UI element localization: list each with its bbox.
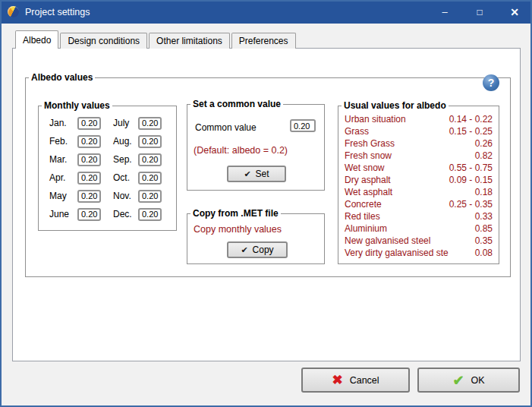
usual-row: Fresh snow 0.82 [345,150,493,162]
ok-button[interactable]: ✔ OK [417,368,520,393]
copy-monthly-values-note: Copy monthly values [194,224,282,235]
month-input-july[interactable] [138,117,162,130]
usual-row: Red tiles 0.33 [345,210,493,222]
common-value-group: Set a common value Common value (Default… [187,99,325,191]
usual-value: 0.82 [475,150,493,161]
cancel-button[interactable]: ✖ Cancel [301,368,410,393]
month-label-aug: Aug. [113,132,138,150]
usual-row: Wet snow 0.55 - 0.75 [345,162,493,174]
usual-value: 0.85 [475,223,493,234]
monthly-values-group-title: Monthly values [42,101,112,111]
copy-check-icon: ✔ [241,245,247,255]
month-label-june: June [49,205,77,223]
month-input-dec[interactable] [138,208,162,221]
usual-value: 0.33 [475,211,493,222]
usual-label: Wet asphalt [345,187,392,197]
month-label-dec: Dec. [113,205,138,223]
tab-albedo[interactable]: Albedo [15,30,58,49]
usual-row: Grass 0.15 - 0.25 [345,125,493,137]
ok-check-icon: ✔ [452,374,464,387]
tab-other-limitations[interactable]: Other limitations [149,33,230,49]
usual-row: Urban situation 0.14 - 0.22 [345,113,493,125]
usual-value: 0.35 [475,235,493,246]
copy-button-label: Copy [253,245,274,255]
month-label-sep: Sep. [113,150,138,169]
usual-values-group: Usual values for albedo Urban situation … [338,101,499,264]
copy-button[interactable]: ✔ Copy [227,241,288,258]
copy-met-group: Copy from .MET file Copy monthly values … [187,209,325,264]
month-label-jan: Jan. [49,114,77,132]
month-input-apr[interactable] [77,172,101,185]
albedo-values-group-title: Albedo values [29,73,95,83]
app-icon [8,6,19,17]
usual-label: Fresh Grass [345,138,395,149]
usual-value: 0.55 - 0.75 [449,162,493,173]
month-input-mar[interactable] [77,153,101,166]
usual-label: Red tiles [345,211,380,222]
set-button-label: Set [256,169,269,179]
month-input-june[interactable] [77,208,101,221]
month-input-aug[interactable] [138,135,162,148]
tab-design-conditions[interactable]: Design conditions [60,33,147,49]
cancel-button-label: Cancel [350,375,379,386]
month-input-nov[interactable] [138,190,162,203]
maximize-icon[interactable]: □ [462,0,497,24]
usual-label: Dry asphalt [345,175,391,185]
month-input-oct[interactable] [138,172,162,185]
usual-value: 0.08 [475,248,493,258]
usual-values-list: Urban situation 0.14 - 0.22 Grass 0.15 -… [338,111,499,259]
cancel-x-icon: ✖ [332,374,342,386]
monthly-values-grid: Jan. July Feb. Aug. Mar. Sep. Apr. Oct. … [39,111,176,223]
usual-row: Dry asphalt 0.09 - 0.15 [345,174,493,186]
month-input-feb[interactable] [77,135,101,148]
tab-preferences[interactable]: Preferences [231,33,296,49]
help-icon[interactable]: ? [483,74,499,91]
usual-row: New galvanised steel 0.35 [345,235,493,247]
ok-button-label: OK [471,375,485,386]
month-label-july: July [113,114,138,132]
usual-value: 0.25 - 0.35 [449,199,493,210]
usual-value: 0.14 - 0.22 [449,114,493,125]
usual-values-group-title: Usual values for albedo [342,101,449,111]
title-bar: Project settings – □ ✕ [0,0,532,24]
albedo-tab-panel: Albedo values ? Monthly values Jan. July… [12,48,521,361]
usual-value: 0.26 [475,138,493,149]
tab-strip: Albedo Design conditions Other limitatio… [15,30,297,49]
month-input-jan[interactable] [77,117,101,130]
usual-label: New galvanised steel [345,235,430,246]
month-label-feb: Feb. [49,132,77,150]
set-check-icon: ✔ [244,169,250,179]
usual-label: Grass [345,126,369,137]
month-input-may[interactable] [77,190,101,203]
monthly-values-group: Monthly values Jan. July Feb. Aug. Mar. … [38,101,177,231]
usual-label: Aluminium [345,223,387,234]
usual-value: 0.18 [475,187,493,197]
usual-row: Wet asphalt 0.18 [345,186,493,198]
set-button[interactable]: ✔ Set [227,166,286,182]
usual-row: Aluminium 0.85 [345,222,493,235]
usual-row: Fresh Grass 0.26 [345,137,493,150]
month-label-nov: Nov. [113,187,138,205]
usual-label: Wet snow [345,162,384,173]
usual-label: Concrete [345,199,382,210]
common-value-input[interactable] [290,119,316,132]
default-albedo-note: (Default: albedo = 0.2) [194,145,288,156]
usual-label: Very dirty galavanised ste [345,248,449,258]
usual-row: Very dirty galavanised ste 0.08 [345,247,493,259]
usual-value: 0.15 - 0.25 [449,126,493,137]
minimize-icon[interactable]: – [427,0,462,24]
usual-label: Urban situation [345,114,406,125]
window-title: Project settings [25,7,90,17]
month-input-sep[interactable] [138,153,162,166]
month-label-mar: Mar. [49,150,77,169]
close-icon[interactable]: ✕ [497,0,532,24]
common-value-label: Common value [195,122,257,133]
project-settings-dialog: Project settings – □ ✕ Albedo Design con… [0,0,532,407]
month-label-apr: Apr. [49,169,77,187]
usual-value: 0.09 - 0.15 [449,175,493,185]
usual-label: Fresh snow [345,150,392,161]
common-value-group-title: Set a common value [190,99,283,109]
month-label-may: May [49,187,77,205]
window-controls: – □ ✕ [427,0,532,24]
copy-met-group-title: Copy from .MET file [190,209,281,219]
